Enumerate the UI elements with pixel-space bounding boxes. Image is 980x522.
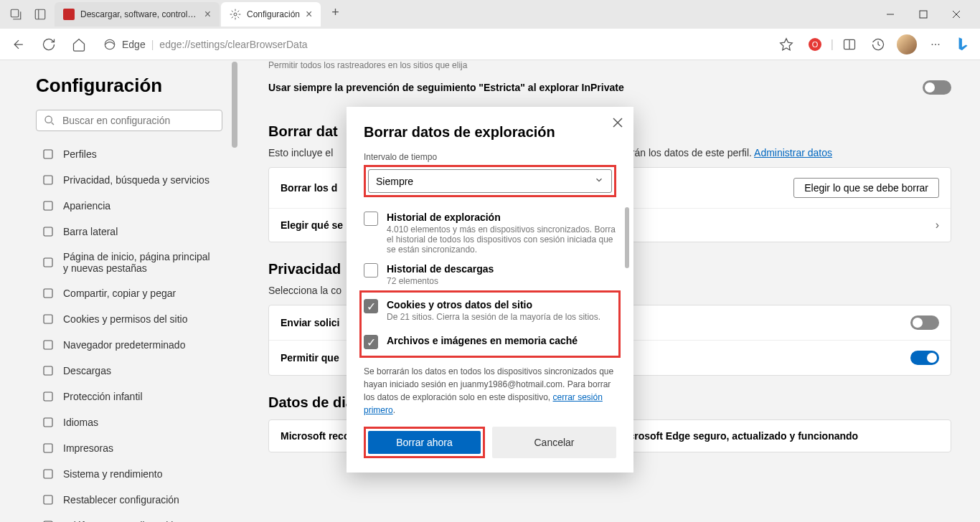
page-title: Configuración xyxy=(36,75,222,97)
sidebar-item-7[interactable]: Navegador predeterminado xyxy=(36,332,222,358)
favorites-button[interactable] xyxy=(773,32,799,57)
sidebar-item-5[interactable]: Compartir, copiar y pegar xyxy=(36,280,222,306)
more-button[interactable]: ··· xyxy=(923,32,948,57)
split-screen-button[interactable] xyxy=(837,32,862,57)
nav-icon xyxy=(42,199,55,212)
sidebar-item-3[interactable]: Barra lateral xyxy=(36,219,222,245)
svg-rect-0 xyxy=(11,9,19,17)
dialog-close-button[interactable] xyxy=(612,117,623,131)
sidebar-item-label: Página de inicio, página principal y nue… xyxy=(63,251,217,274)
dialog-scrollbar[interactable] xyxy=(625,207,629,268)
sidebar-item-13[interactable]: Restablecer configuración xyxy=(36,487,222,513)
sidebar-item-label: Navegador predeterminado xyxy=(63,339,185,351)
close-window-button[interactable] xyxy=(940,3,973,26)
extension-icon[interactable]: O xyxy=(802,32,828,57)
checkbox[interactable] xyxy=(364,263,378,277)
back-button[interactable] xyxy=(6,32,32,57)
refresh-button[interactable] xyxy=(36,32,62,57)
checkbox[interactable]: ✓ xyxy=(364,299,378,313)
sidebar-item-0[interactable]: Perfiles xyxy=(36,141,222,167)
new-tab-button[interactable]: + xyxy=(325,2,345,22)
tab-1[interactable]: Descargar, software, controlador... × xyxy=(55,2,220,27)
nav-icon xyxy=(42,338,55,351)
svg-rect-18 xyxy=(44,392,52,401)
svg-rect-14 xyxy=(44,289,52,298)
nav-icon xyxy=(42,287,55,300)
nav-icon xyxy=(42,416,55,429)
history-button[interactable] xyxy=(865,32,891,57)
workspaces-icon[interactable] xyxy=(32,6,49,23)
site-identity: Edge xyxy=(122,39,146,50)
search-icon xyxy=(44,115,55,126)
svg-rect-16 xyxy=(44,341,52,349)
sidebar-item-8[interactable]: Descargas xyxy=(36,358,222,384)
nav-icon xyxy=(42,225,55,238)
svg-rect-12 xyxy=(44,227,52,236)
send-toggle[interactable] xyxy=(910,315,939,330)
card-choose-label: Elegir qué se xyxy=(281,219,343,231)
sidebar-item-2[interactable]: Apariencia xyxy=(36,193,222,219)
allow-label: Permitir que xyxy=(281,352,339,364)
sidebar-item-14[interactable]: Teléfono y otros dispositivos xyxy=(36,513,222,522)
manage-data-link[interactable]: Administrar datos xyxy=(754,147,832,158)
check-title: Historial de descargas xyxy=(387,263,616,275)
svg-point-8 xyxy=(45,116,52,123)
nav-icon xyxy=(42,148,55,161)
sidebar-item-label: Impresoras xyxy=(63,442,113,454)
check-desc: De 21 sitios. Cierra la sesión de la may… xyxy=(387,312,616,322)
titlebar: Descargar, software, controlador... × Co… xyxy=(0,0,980,29)
sidebar-item-label: Cookies y permisos del sitio xyxy=(63,313,188,325)
clear-now-button[interactable]: Borrar ahora xyxy=(368,431,481,454)
tab-2[interactable]: Configuración × xyxy=(221,2,321,27)
sidebar-item-11[interactable]: Impresoras xyxy=(36,435,222,461)
cancel-button[interactable]: Cancelar xyxy=(492,427,616,458)
sidebar-item-4[interactable]: Página de inicio, página principal y nue… xyxy=(36,245,222,280)
checkbox[interactable] xyxy=(364,212,378,226)
home-button[interactable] xyxy=(66,32,92,57)
maximize-button[interactable] xyxy=(907,3,940,26)
sidebar-item-12[interactable]: Sistema y rendimiento xyxy=(36,461,222,487)
check-item-2: ✓Cookies y otros datos del sitioDe 21 si… xyxy=(364,295,616,326)
address-bar[interactable]: Edge | edge://settings/clearBrowserData xyxy=(96,38,769,51)
tab-2-label: Configuración xyxy=(247,9,300,19)
minimize-button[interactable] xyxy=(874,3,907,26)
tab-1-close-icon[interactable]: × xyxy=(204,8,211,21)
svg-rect-1 xyxy=(35,9,45,19)
svg-rect-9 xyxy=(44,150,52,158)
strict-toggle[interactable] xyxy=(923,80,951,95)
sidebar-item-1[interactable]: Privacidad, búsqueda y servicios xyxy=(36,167,222,193)
nav-icon xyxy=(42,468,55,480)
nav-icon xyxy=(42,519,55,522)
dialog-title: Borrar datos de exploración xyxy=(364,124,616,141)
checkbox[interactable]: ✓ xyxy=(364,335,378,349)
check-title: Cookies y otros datos del sitio xyxy=(387,299,616,310)
tab-actions-icon[interactable] xyxy=(7,6,24,23)
nav-icon xyxy=(42,493,55,506)
choose-clear-button[interactable]: Elegir lo que se debe borrar xyxy=(793,178,939,198)
time-range-label: Intervalo de tiempo xyxy=(364,152,616,162)
allow-toggle[interactable] xyxy=(910,351,939,365)
sidebar-scrollbar[interactable] xyxy=(230,60,240,522)
nav-icon xyxy=(42,174,55,186)
sidebar-item-6[interactable]: Cookies y permisos del sitio xyxy=(36,306,222,332)
time-range-select[interactable]: Siempre xyxy=(368,169,612,193)
settings-search[interactable] xyxy=(36,110,222,131)
nav-icon xyxy=(42,364,55,377)
sidebar-item-label: Apariencia xyxy=(63,200,110,212)
bing-button[interactable] xyxy=(951,33,974,56)
check-item-0: Historial de exploración4.010 elementos … xyxy=(364,207,616,259)
sidebar-item-9[interactable]: Protección infantil xyxy=(36,384,222,409)
tab-2-close-icon[interactable]: × xyxy=(306,8,312,21)
sidebar: Configuración PerfilesPrivacidad, búsque… xyxy=(0,60,230,522)
chevron-right-icon[interactable]: › xyxy=(936,219,939,232)
sidebar-item-10[interactable]: Idiomas xyxy=(36,409,222,435)
url-text: edge://settings/clearBrowserData xyxy=(159,39,307,50)
sidebar-item-label: Privacidad, búsqueda y servicios xyxy=(63,174,209,186)
profile-button[interactable] xyxy=(894,32,920,57)
tracker-subtext: Permitir todos los rastreadores en los s… xyxy=(268,60,951,70)
check-desc: 72 elementos xyxy=(387,276,616,286)
nav-icon xyxy=(42,313,55,326)
check-title: Archivos e imágenes en memoria caché xyxy=(387,335,616,346)
search-input[interactable] xyxy=(62,115,215,126)
sidebar-item-label: Protección infantil xyxy=(63,391,143,402)
